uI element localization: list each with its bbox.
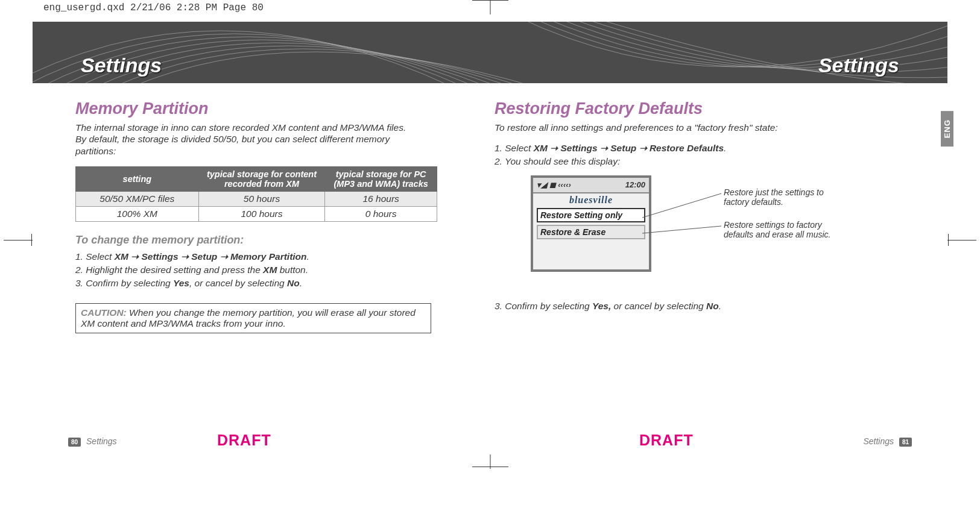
banner-decoration [33,22,947,83]
th-pc-storage: typical storage for PC (MP3 and WMA) tra… [325,167,437,192]
partition-table: setting typical storage for content reco… [75,166,437,222]
step-1: 1. Select XM ➝ Settings ➝ Setup ➝ Restor… [495,143,856,154]
draft-watermark: DRAFT [217,432,271,449]
crop-mark [4,240,33,240]
cell: 0 hours [325,207,437,222]
callouts: Restore just the settings to factory def… [724,187,844,253]
footer-label: Settings [86,436,117,446]
heading-restore-defaults: Restoring Factory Defaults [495,99,856,118]
banner-title-left: Settings [81,54,162,77]
crop-mark [490,454,490,469]
caution-box: CAUTION: When you change the memory part… [75,303,431,333]
step-3: 3. Confirm by selecting Yes, or cancel b… [495,301,856,312]
step-1: 1. Select XM ➝ Settings ➝ Setup ➝ Memory… [75,251,437,262]
page-number: 81 [899,438,912,447]
banner: Settings Settings [33,22,947,83]
table-row: 50/50 XM/PC files 50 hours 16 hours [76,192,437,207]
lang-tab-eng: ENG [941,111,953,146]
footer-right: Settings 81 [863,436,915,446]
step-2: 2. Highlight the desired setting and pre… [75,265,437,275]
step-3: 3. Confirm by selecting Yes, or cancel b… [75,278,437,289]
right-page: Restoring Factory Defaults To restore al… [495,99,856,314]
steps-list: 3. Confirm by selecting Yes, or cancel b… [495,301,856,312]
left-page: Memory Partition The internal storage in… [75,99,437,333]
th-setting: setting [76,167,199,192]
crop-mark [948,234,949,246]
crop-mark [947,240,976,240]
crop-mark [31,234,32,246]
svg-line-1 [642,226,721,233]
th-xm-storage: typical storage for content recorded fro… [198,167,325,192]
banner-title-right: Settings [818,54,899,77]
intro-text: The internal storage in inno can store r… [75,122,419,157]
table-row: 100% XM 100 hours 0 hours [76,207,437,222]
caution-label: CAUTION: [81,307,127,318]
cell: 50/50 XM/PC files [76,192,199,207]
svg-line-0 [642,193,721,218]
cell: 50 hours [198,192,325,207]
cell: 100% XM [76,207,199,222]
steps-list: 1. Select XM ➝ Settings ➝ Setup ➝ Restor… [495,143,856,167]
footer-left: 80 Settings [65,436,117,446]
heading-memory-partition: Memory Partition [75,99,437,118]
crop-mark [490,0,490,14]
step-2: 2. You should see this display: [495,156,856,167]
subheading: To change the memory partition: [75,234,437,247]
print-header: eng_usergd.qxd 2/21/06 2:28 PM Page 80 [43,2,264,13]
caution-text: When you change the memory partition, yo… [81,307,416,328]
callout-restore-settings: Restore just the settings to factory def… [724,187,844,207]
callout-restore-erase: Restore settings to factory defaults and… [724,220,844,239]
footer-label: Settings [863,436,894,446]
device-figure: ▾◢ ◼ ‹‹‹‹› 12:00 bluesville Restore Sett… [495,175,856,296]
cell: 16 hours [325,192,437,207]
steps-list: 1. Select XM ➝ Settings ➝ Setup ➝ Memory… [75,251,437,289]
intro-text: To restore all inno settings and prefere… [495,122,838,133]
draft-watermark: DRAFT [639,432,694,449]
page-number: 80 [68,438,81,447]
cell: 100 hours [198,207,325,222]
